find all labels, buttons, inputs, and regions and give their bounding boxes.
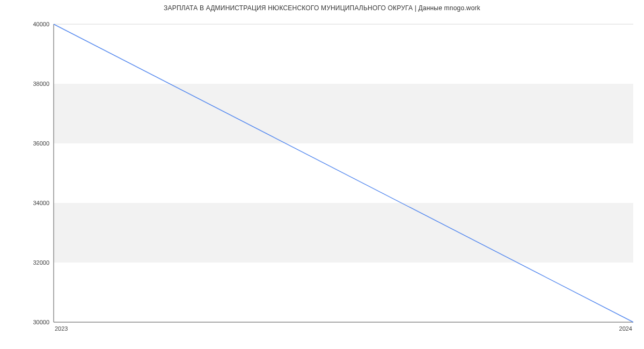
chart-title: ЗАРПЛАТА В АДМИНИСТРАЦИЯ НЮКСЕНСКОГО МУН… [0, 4, 644, 12]
y-tick-label: 32000 [33, 259, 49, 266]
series-line [54, 24, 633, 322]
chart-container: ЗАРПЛАТА В АДМИНИСТРАЦИЯ НЮКСЕНСКОГО МУН… [0, 0, 644, 349]
y-tick-label: 38000 [33, 81, 49, 87]
y-tick-label: 36000 [33, 140, 49, 147]
x-tick-label: 2024 [619, 325, 632, 332]
grid-band [54, 84, 633, 143]
chart-svg: 30000320003400036000380004000020232024 [0, 0, 644, 349]
y-tick-label: 30000 [33, 319, 49, 325]
grid-band [54, 203, 633, 263]
y-tick-label: 34000 [33, 200, 49, 206]
y-tick-label: 40000 [33, 21, 49, 27]
x-tick-label: 2023 [55, 325, 68, 332]
